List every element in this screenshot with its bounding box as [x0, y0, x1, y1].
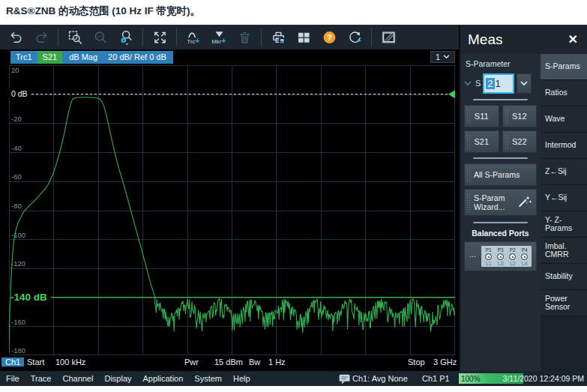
svg-text:-100: -100 — [11, 231, 25, 239]
sparam-prefix: S — [475, 79, 481, 88]
svg-text:-180: -180 — [11, 346, 25, 355]
add-trace-button[interactable]: Trc+ — [182, 26, 205, 49]
toolbar-group: ? — [265, 26, 367, 49]
display-icon — [380, 30, 397, 45]
sparam-wizard-label: S-Param Wizard... — [474, 193, 516, 211]
meas-panel-title: Meas — [468, 31, 502, 48]
chevron-down-icon[interactable] — [464, 81, 472, 86]
datetime: 3/11/2020 12:24:09 PM — [503, 371, 584, 386]
print-button[interactable] — [267, 26, 289, 49]
ports-graphic: P1L1P3L3P2L2P4L4 — [481, 246, 532, 267]
wand-icon — [517, 194, 533, 211]
undo-icon — [7, 30, 25, 45]
plot-area[interactable]: 20-20-40-60-80-100-120-160-1800 dB-140 d… — [9, 65, 455, 355]
redo-button[interactable] — [30, 26, 52, 49]
undo-button[interactable] — [4, 26, 27, 49]
sparam-input[interactable]: 2 1 — [483, 73, 514, 94]
channel-badge[interactable]: Ch1 — [1, 358, 24, 367]
port-connector: P4L4 — [521, 247, 528, 266]
menu-display[interactable]: Display — [104, 374, 131, 383]
svg-text:-160: -160 — [11, 318, 25, 326]
toolbar-group: 1:1 — [62, 26, 139, 49]
zoom-1to1-button[interactable]: 1:1 — [89, 26, 112, 49]
trace-name-badge[interactable]: Trc1 — [10, 51, 37, 64]
connector-icon — [497, 253, 504, 260]
channel-avg-status: Ch1: Avg None — [352, 371, 408, 386]
menu-channel[interactable]: Channel — [62, 374, 93, 383]
printer-icon — [270, 30, 287, 45]
app-window: 1:1Trc+Mkr+? Meas ✕ Trc1 S21 dB Mag 20 d… — [0, 25, 587, 386]
tab-wave[interactable]: Wave — [541, 106, 587, 132]
menu-help[interactable]: Help — [233, 374, 250, 383]
softtool-tab-strip: S-ParamsRatiosWaveIntermodZ←SijY←SijY- Z… — [541, 54, 587, 371]
stop-label: Stop — [408, 358, 425, 367]
start-label: Start — [27, 358, 44, 367]
tab-intermod[interactable]: Intermod — [541, 133, 587, 158]
menu-application[interactable]: Application — [143, 374, 184, 383]
menu-system[interactable]: System — [194, 374, 222, 383]
port-connector: P3L3 — [497, 247, 504, 266]
port-connector: P2L2 — [509, 247, 516, 266]
message-icon[interactable] — [338, 371, 352, 386]
menu-file[interactable]: File — [6, 374, 19, 383]
menu-trace[interactable]: Trace — [31, 374, 52, 383]
tab-s-params[interactable]: S-Params — [541, 54, 587, 79]
balanced-ports-button[interactable]: ... P1L1P3L3P2L2P4L4 — [464, 241, 537, 271]
refresh-icon — [346, 30, 364, 45]
help-button[interactable]: ? — [318, 26, 340, 49]
bw-value[interactable]: 1 Hz — [268, 358, 286, 367]
all-sparams-button[interactable]: All S-Params — [464, 163, 537, 186]
add-marker-button[interactable]: Mkr+ — [208, 26, 230, 49]
zoom-1to1-icon: 1:1 — [92, 30, 109, 45]
diagram-number-dropdown[interactable]: 1 — [430, 51, 455, 63]
svg-text:?: ? — [327, 32, 332, 41]
tab-imbal-cmrr[interactable]: Imbal. CMRR — [541, 238, 587, 263]
separator — [473, 222, 528, 223]
toolbar-separator — [58, 28, 58, 46]
svg-text:-80: -80 — [11, 202, 22, 210]
trash-icon — [236, 30, 253, 45]
trace-format-scale[interactable]: dB Mag 20 dB/ Ref 0 dB — [62, 51, 173, 64]
svg-text:-40: -40 — [11, 144, 22, 152]
sparam-button-s11[interactable]: S11 — [464, 105, 499, 127]
start-value[interactable]: 100 kHz — [55, 358, 85, 367]
balanced-ports-label: Balanced Ports — [464, 229, 537, 238]
help-icon: ? — [321, 30, 338, 45]
tab-ratios[interactable]: Ratios — [541, 80, 587, 106]
toolbar-group — [376, 26, 401, 49]
sync-button[interactable] — [343, 26, 366, 49]
tab-y-sij[interactable]: Y←Sij — [541, 185, 587, 211]
zoom-select-icon — [67, 30, 84, 45]
svg-text:-140 dB: -140 dB — [10, 292, 47, 303]
sparam-button-s22[interactable]: S22 — [502, 130, 538, 153]
tab-stability[interactable]: Stability — [541, 264, 587, 289]
tab-strip-filler — [541, 316, 587, 371]
chevron-down-icon — [520, 81, 528, 86]
tab-power-sensor[interactable]: Power Sensor — [541, 290, 587, 316]
screenshot-button[interactable] — [377, 26, 400, 49]
trace-param-badge[interactable]: S21 — [37, 51, 63, 64]
delete-button[interactable] — [233, 26, 256, 49]
page: R&S®ZNB 的动态范围 (10 Hz IF 带宽时)。 1:1Trc+Mkr… — [0, 0, 587, 392]
toolbar-separator — [176, 28, 177, 46]
sparam-combo: S 2 1 — [464, 72, 537, 94]
toolbar: 1:1Trc+Mkr+? — [0, 25, 459, 49]
sparameter-label: S-Parameter — [466, 59, 537, 68]
sparam-dropdown-button[interactable] — [517, 73, 532, 94]
zoom-select-button[interactable] — [64, 26, 86, 49]
tab-z-sij[interactable]: Z←Sij — [541, 159, 587, 184]
sparam-button-s12[interactable]: S12 — [502, 105, 538, 127]
pwr-value[interactable]: 15 dBm — [214, 358, 243, 367]
channel-footer: Ch1 Start 100 kHz Pwr 15 dBm Bw 1 Hz Sto… — [0, 357, 459, 370]
zoom-config-button[interactable] — [115, 26, 137, 49]
expand-button[interactable] — [148, 26, 171, 49]
meas-softtool-panel: S-Parameter S 2 1 S11S12S21S22 All S-Par… — [459, 54, 587, 371]
close-icon[interactable]: ✕ — [568, 32, 578, 46]
expand-icon — [151, 30, 169, 45]
tab-y-z-params[interactable]: Y- Z-Params — [541, 211, 587, 237]
svg-text:-20: -20 — [11, 115, 22, 123]
stop-value[interactable]: 3 GHz — [433, 358, 457, 367]
sparam-wizard-button[interactable]: S-Param Wizard... — [464, 189, 537, 216]
sparam-button-s21[interactable]: S21 — [464, 130, 499, 153]
windows-button[interactable] — [292, 26, 315, 49]
